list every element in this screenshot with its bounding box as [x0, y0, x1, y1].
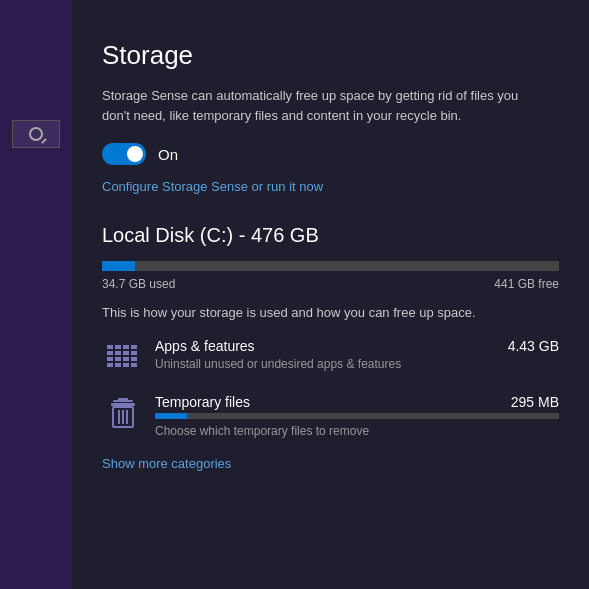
page-title: Storage — [102, 40, 559, 71]
svg-rect-12 — [107, 363, 113, 367]
temp-files-desc: Choose which temporary files to remove — [155, 424, 559, 438]
apps-features-name: Apps & features — [155, 338, 255, 354]
disk-used-label: 34.7 GB used — [102, 277, 175, 291]
temp-files-size: 295 MB — [511, 394, 559, 410]
svg-rect-13 — [115, 363, 121, 367]
disk-bar-labels: 34.7 GB used 441 GB free — [102, 277, 559, 291]
sidebar — [0, 0, 72, 589]
temp-files-name: Temporary files — [155, 394, 250, 410]
disk-free-label: 441 GB free — [494, 277, 559, 291]
storage-sense-toggle[interactable] — [102, 143, 146, 165]
svg-rect-6 — [123, 351, 129, 355]
apps-features-header: Apps & features 4.43 GB — [155, 338, 559, 354]
list-item[interactable]: Temporary files 295 MB Choose which temp… — [102, 394, 559, 438]
svg-rect-7 — [131, 351, 137, 355]
svg-rect-15 — [131, 363, 137, 367]
svg-rect-10 — [123, 357, 129, 361]
search-icon — [29, 127, 43, 141]
search-box[interactable] — [12, 120, 60, 148]
svg-rect-0 — [107, 345, 113, 349]
svg-rect-4 — [107, 351, 113, 355]
svg-rect-2 — [123, 345, 129, 349]
apps-features-info: Apps & features 4.43 GB Uninstall unused… — [155, 338, 559, 371]
svg-rect-17 — [118, 398, 128, 401]
toggle-label: On — [158, 146, 178, 163]
svg-rect-5 — [115, 351, 121, 355]
temp-files-bar-used — [155, 413, 187, 419]
apps-icon — [105, 340, 141, 376]
svg-rect-18 — [111, 403, 135, 406]
svg-rect-14 — [123, 363, 129, 367]
storage-description: This is how your storage is used and how… — [102, 305, 559, 320]
disk-bar-background — [102, 261, 559, 271]
apps-features-size: 4.43 GB — [508, 338, 559, 354]
trash-icon — [105, 396, 141, 432]
main-content: — □ ✕ Storage Storage Sense can automati… — [72, 0, 589, 589]
show-more-link[interactable]: Show more categories — [102, 456, 559, 471]
temp-files-bar-bg — [155, 413, 559, 419]
temp-files-header: Temporary files 295 MB — [155, 394, 559, 410]
storage-sense-description: Storage Sense can automatically free up … — [102, 86, 542, 125]
disk-bar-container — [102, 261, 559, 271]
disk-bar-used — [102, 261, 135, 271]
temp-files-info: Temporary files 295 MB Choose which temp… — [155, 394, 559, 438]
svg-rect-3 — [131, 345, 137, 349]
local-disk-title: Local Disk (C:) - 476 GB — [102, 224, 559, 247]
list-item[interactable]: Apps & features 4.43 GB Uninstall unused… — [102, 338, 559, 376]
svg-rect-11 — [131, 357, 137, 361]
storage-sense-toggle-row: On — [102, 143, 559, 165]
svg-rect-1 — [115, 345, 121, 349]
svg-rect-9 — [115, 357, 121, 361]
configure-link[interactable]: Configure Storage Sense or run it now — [102, 179, 559, 194]
svg-rect-8 — [107, 357, 113, 361]
apps-features-desc: Uninstall unused or undesired apps & fea… — [155, 357, 559, 371]
